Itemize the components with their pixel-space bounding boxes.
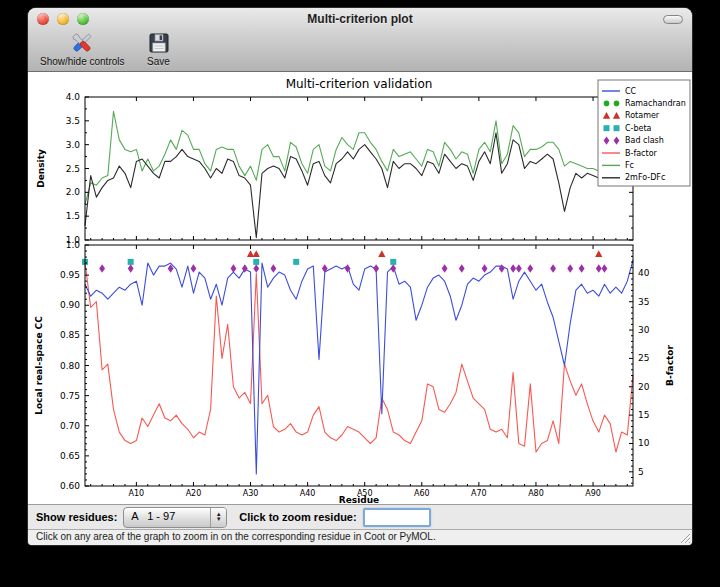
svg-text:A60: A60 — [414, 489, 430, 498]
zoom-residue-label: Click to zoom residue: — [239, 511, 356, 523]
svg-text:1.5: 1.5 — [66, 211, 80, 221]
svg-text:Bad clash: Bad clash — [625, 136, 664, 145]
svg-text:A80: A80 — [528, 489, 544, 498]
svg-text:35: 35 — [638, 297, 649, 307]
window-titlebar[interactable]: Multi-criterion plot — [28, 8, 692, 30]
status-text: Click on any area of the graph to zoom i… — [36, 531, 436, 542]
svg-text:10: 10 — [638, 438, 650, 448]
svg-text:0.85: 0.85 — [60, 330, 80, 340]
save-button[interactable]: Save — [147, 30, 171, 67]
svg-text:A70: A70 — [471, 489, 487, 498]
resize-grip[interactable] — [678, 531, 691, 544]
show-hide-controls-label: Show/hide controls — [40, 56, 125, 67]
svg-text:3.5: 3.5 — [66, 116, 80, 126]
svg-text:15: 15 — [638, 410, 649, 420]
svg-text:25: 25 — [638, 353, 649, 363]
show-hide-controls-button[interactable]: Show/hide controls — [40, 30, 125, 67]
floppy-disk-icon — [147, 30, 171, 56]
window-title: Multi-criterion plot — [28, 8, 692, 30]
svg-text:A30: A30 — [243, 489, 259, 498]
desktop-background: Multi-criterion plot — [0, 0, 720, 587]
svg-text:A90: A90 — [585, 489, 601, 498]
controls-bar: Show residues: A 1 - 97 ▲▼ Click to zoom… — [28, 504, 692, 530]
svg-text:2.0: 2.0 — [66, 187, 81, 197]
svg-text:Density: Density — [36, 149, 46, 188]
svg-text:30: 30 — [638, 325, 650, 335]
show-residues-label: Show residues: — [36, 511, 117, 523]
toolbar: Show/hide controls Save — [28, 30, 692, 72]
svg-text:Fc: Fc — [625, 161, 634, 170]
svg-text:5: 5 — [638, 467, 644, 477]
svg-text:0.95: 0.95 — [60, 270, 80, 280]
density-subplot: Multi-criterion validation1.01.52.02.53.… — [36, 77, 633, 245]
svg-text:A10: A10 — [129, 489, 145, 498]
window-chrome: Multi-criterion plot — [28, 8, 692, 72]
svg-text:A40: A40 — [300, 489, 316, 498]
svg-text:0.75: 0.75 — [60, 391, 80, 401]
svg-text:B-factor: B-factor — [665, 345, 675, 386]
svg-text:2.5: 2.5 — [66, 164, 80, 174]
popup-stepper-icon: ▲▼ — [210, 508, 226, 527]
svg-text:Multi-criterion validation: Multi-criterion validation — [286, 77, 433, 91]
svg-text:Ramachandran: Ramachandran — [625, 99, 686, 108]
svg-text:C-beta: C-beta — [625, 124, 652, 133]
svg-text:0.70: 0.70 — [60, 421, 80, 431]
svg-text:20: 20 — [638, 382, 650, 392]
svg-text:A20: A20 — [186, 489, 202, 498]
svg-text:4.0: 4.0 — [66, 92, 81, 102]
svg-text:2mFo-DFc: 2mFo-DFc — [625, 173, 665, 182]
zoom-residue-input[interactable] — [363, 508, 431, 527]
svg-text:3.0: 3.0 — [66, 140, 81, 150]
plot-legend: CCRamachandranRotamerC-betaBad clashB-fa… — [598, 80, 690, 186]
svg-text:Local real-space CC: Local real-space CC — [34, 316, 44, 415]
svg-text:1.0: 1.0 — [66, 240, 81, 250]
status-bar: Click on any area of the graph to zoom i… — [28, 530, 692, 545]
plot-figure: Multi-criterion validation1.01.52.02.53.… — [28, 72, 692, 504]
svg-text:Rotamer: Rotamer — [625, 111, 660, 120]
app-window: Multi-criterion plot — [28, 8, 692, 545]
toolbar-toggle-lozenge[interactable] — [663, 15, 683, 24]
multi-criterion-plot-canvas[interactable]: Multi-criterion validation1.01.52.02.53.… — [28, 72, 692, 504]
residue-range-value: A 1 - 97 — [124, 508, 210, 527]
svg-text:0.80: 0.80 — [60, 361, 80, 371]
svg-text:Residue: Residue — [339, 495, 379, 504]
svg-text:40: 40 — [638, 268, 650, 278]
residue-range-select[interactable]: A 1 - 97 ▲▼ — [123, 507, 227, 528]
svg-text:CC: CC — [625, 87, 637, 96]
svg-text:0.90: 0.90 — [60, 300, 80, 310]
svg-text:0.60: 0.60 — [60, 481, 80, 491]
svg-text:B-factor: B-factor — [625, 149, 658, 158]
crossed-tools-icon — [69, 30, 95, 56]
save-label: Save — [147, 56, 170, 67]
svg-text:0.65: 0.65 — [60, 451, 80, 461]
cc-bfactor-subplot: 0.600.650.700.750.800.850.900.951.051015… — [34, 240, 675, 504]
